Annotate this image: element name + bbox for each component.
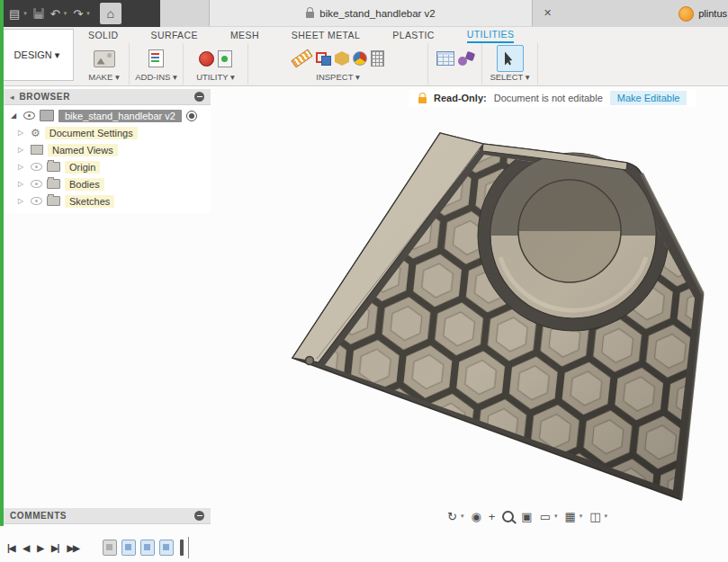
job-status-icon[interactable] [679, 6, 694, 22]
panel-close-icon[interactable] [194, 92, 204, 102]
record-icon[interactable] [199, 51, 214, 67]
browser-title: BROWSER [20, 92, 189, 102]
gear-icon: ⚙ [31, 128, 40, 138]
viewports-caret-icon[interactable]: ▾ [605, 513, 608, 520]
fit-icon[interactable]: ▣ [521, 511, 532, 522]
timeline-skip-start-button[interactable]: |◀ [5, 543, 17, 553]
document-title: bike_stand_handlebar v2 [319, 8, 436, 19]
tab-plastic[interactable]: PLASTIC [392, 30, 435, 42]
timeline-skip-end-button[interactable]: ▶▶ [65, 543, 80, 553]
viewports-icon[interactable]: ◫ [589, 511, 600, 522]
orbit-caret-icon[interactable]: ▾ [461, 513, 464, 520]
collapsed-caret-icon[interactable]: ▷ [18, 197, 26, 205]
document-tab[interactable]: bike_stand_handlebar v2 [209, 0, 533, 26]
timeline-feature[interactable] [140, 540, 155, 556]
section-analysis-icon[interactable] [335, 51, 349, 66]
visibility-eye-icon[interactable] [31, 180, 42, 188]
tree-row-named-views[interactable]: ▷ Named Views [4, 141, 211, 158]
tab-surface[interactable]: SURFACE [151, 30, 198, 42]
plugins-icon[interactable] [458, 52, 474, 66]
collapsed-caret-icon[interactable]: ▷ [18, 129, 26, 137]
timeline: |◀ ◀ ▶ ▶| ▶▶ [5, 537, 189, 558]
timeline-feature[interactable] [121, 540, 136, 556]
file-menu-caret-icon[interactable]: ▾ [23, 10, 27, 17]
tab-solid[interactable]: SOLID [88, 30, 119, 42]
collapsed-caret-icon[interactable]: ▷ [18, 180, 26, 188]
select-dropdown[interactable]: SELECT ▾ [490, 72, 529, 82]
navigation-toolbar: ↻ ▾ ◉ + ▣ ▭ ▾ ▦ ▾ ◫ ▾ [447, 508, 607, 524]
tab-mesh[interactable]: MESH [230, 30, 259, 42]
inspect-dropdown[interactable]: INSPECT ▾ [316, 72, 359, 82]
workspace-selector[interactable]: DESIGN ▾ [0, 29, 74, 81]
workspace-selector-label: DESIGN ▾ [14, 49, 60, 61]
curvature-analysis-icon[interactable] [353, 51, 367, 66]
root-component-label[interactable]: bike_stand_handlebar v2 [58, 110, 182, 122]
tree-row-origin[interactable]: ▷ Origin [4, 158, 211, 175]
collapse-panel-icon[interactable]: ◂ [10, 93, 14, 102]
visibility-eye-icon[interactable] [23, 112, 35, 120]
undo-caret-icon[interactable]: ▾ [64, 10, 67, 17]
screen-capture-border [0, 0, 4, 526]
comments-expand-icon[interactable] [194, 511, 204, 521]
active-component-radio[interactable] [186, 111, 197, 121]
zoom-icon[interactable] [502, 511, 514, 522]
timeline-step-back-button[interactable]: ◀ [22, 543, 31, 553]
utility-dropdown[interactable]: UTILITY ▾ [196, 72, 235, 82]
compute-icon[interactable] [371, 50, 384, 67]
scripts-addins-icon[interactable] [148, 49, 164, 67]
visibility-eye-icon[interactable] [31, 163, 42, 171]
save-icon[interactable] [33, 8, 44, 19]
make-dropdown[interactable]: MAKE ▾ [88, 72, 119, 82]
make-group: MAKE ▾ [79, 43, 130, 85]
timeline-play-button[interactable]: ▶ [35, 543, 45, 553]
tab-utilities[interactable]: UTILITIES [467, 29, 515, 43]
close-tab-icon[interactable]: ✕ [538, 0, 557, 26]
lock-icon [418, 97, 427, 103]
timeline-feature-sketch[interactable] [103, 540, 117, 556]
timeline-step-forward-button[interactable]: ▶| [49, 543, 61, 553]
pan-icon[interactable]: + [489, 511, 496, 522]
timeline-position-marker[interactable] [180, 540, 184, 556]
grid-settings-caret-icon[interactable]: ▾ [580, 513, 583, 520]
named-views-icon [31, 145, 43, 155]
addins-group: ADD-INS ▾ [130, 43, 184, 85]
collapsed-caret-icon[interactable]: ▷ [18, 146, 26, 154]
readonly-label: Read-Only: [434, 93, 487, 103]
parameters-table-icon[interactable] [436, 51, 454, 66]
interference-icon[interactable] [316, 52, 331, 66]
redo-caret-icon[interactable]: ▾ [86, 10, 90, 17]
display-settings-caret-icon[interactable]: ▾ [554, 513, 558, 520]
expand-caret-icon[interactable]: ◢ [11, 112, 19, 120]
look-at-icon[interactable]: ◉ [471, 511, 481, 522]
orbit-icon[interactable]: ↻ [447, 511, 457, 522]
addins-dropdown[interactable]: ADD-INS ▾ [135, 72, 176, 82]
display-settings-icon[interactable]: ▭ [540, 511, 551, 522]
readonly-lock-icon [306, 12, 314, 18]
browser-panel: ◂ BROWSER ◢ bike_stand_handlebar v2 ▷ ⚙ … [4, 89, 211, 213]
comments-header[interactable]: COMMENTS [4, 508, 211, 524]
make-icon[interactable] [94, 50, 115, 67]
validate-icon[interactable] [218, 50, 232, 67]
file-menu-icon[interactable]: ▤ [9, 8, 20, 20]
username[interactable]: plintus [698, 8, 727, 19]
folder-icon [47, 162, 60, 172]
select-tool-button[interactable] [497, 45, 524, 72]
measure-icon[interactable] [291, 49, 313, 67]
undo-icon[interactable]: ↶ [50, 8, 60, 20]
document-tab-strip: bike_stand_handlebar v2 ✕ plintus [160, 0, 728, 27]
tree-row-sketches[interactable]: ▷ Sketches [4, 192, 211, 210]
visibility-eye-icon[interactable] [31, 197, 42, 205]
tab-sheet-metal[interactable]: SHEET METAL [292, 30, 360, 42]
tree-root-row[interactable]: ◢ bike_stand_handlebar v2 [4, 107, 211, 124]
ribbon-tools: MAKE ▾ ADD-INS ▾ UTILITY ▾ [79, 43, 538, 85]
make-editable-button[interactable]: Make Editable [610, 91, 688, 105]
timeline-end-line [188, 537, 189, 558]
grid-settings-icon[interactable]: ▦ [564, 511, 575, 522]
tree-row-document-settings[interactable]: ▷ ⚙ Document Settings [4, 124, 211, 141]
redo-icon[interactable]: ↷ [73, 8, 83, 20]
timeline-feature[interactable] [159, 540, 174, 556]
ribbon: DESIGN ▾ SOLID SURFACE MESH SHEET METAL … [0, 27, 728, 86]
tree-row-bodies[interactable]: ▷ Bodies [4, 175, 211, 192]
data-panel-home-button[interactable]: ⌂ [100, 3, 121, 24]
collapsed-caret-icon[interactable]: ▷ [18, 163, 26, 171]
